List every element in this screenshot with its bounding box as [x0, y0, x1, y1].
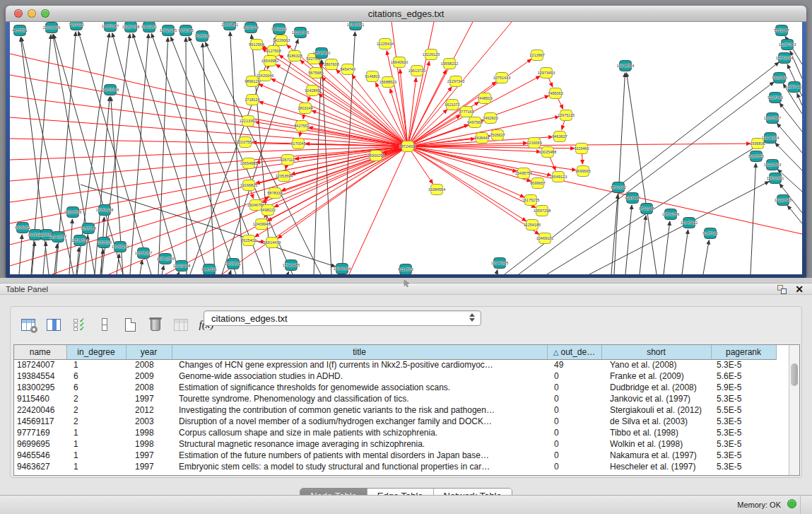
table-cell: 5.3E-5	[711, 438, 776, 450]
table-cell: 0	[547, 382, 601, 393]
black-edge[interactable]	[547, 141, 764, 274]
column-label: name	[30, 347, 51, 357]
table-cell: 9465546	[14, 450, 66, 461]
table-row[interactable]: 969969511998Structural magnetic resonanc…	[14, 438, 776, 450]
column-header-pagerank[interactable]: pagerank	[711, 345, 776, 359]
node-label: 12409948	[253, 222, 270, 226]
network-canvas[interactable]: 1872400718300295193845548912954142260639…	[10, 22, 802, 274]
node-label: 14226063	[273, 38, 290, 42]
black-edge[interactable]	[496, 270, 498, 274]
node-label: 18724007	[399, 144, 416, 148]
node-label: 16345671	[347, 23, 364, 27]
table-row[interactable]: 1938455462009Genome-wide association stu…	[14, 370, 776, 382]
delete-column-icon[interactable]	[146, 315, 165, 334]
black-edge[interactable]	[133, 34, 208, 274]
node-label: 7159320	[69, 23, 83, 27]
node-label: 9896126	[245, 79, 259, 83]
table-row[interactable]: 946554611997Estimation of the future num…	[14, 450, 776, 461]
black-edge[interactable]	[230, 270, 231, 274]
black-edge[interactable]	[288, 271, 288, 274]
red-edge[interactable]	[259, 102, 408, 146]
red-edge[interactable]	[408, 22, 434, 146]
node-label: 15270078	[122, 25, 139, 29]
black-edge[interactable]	[43, 242, 46, 274]
red-edge[interactable]	[319, 64, 408, 146]
node-label: 22420046	[257, 74, 273, 78]
black-edge[interactable]	[140, 260, 142, 274]
column-header-year[interactable]: year	[126, 345, 172, 359]
show-columns-icon[interactable]	[45, 315, 63, 334]
node-label: 16040954	[334, 267, 351, 271]
node-label: 13226125	[423, 52, 440, 57]
node-label: 9671385	[178, 28, 193, 33]
table-row[interactable]: 2242004622012Investigating the contribut…	[14, 404, 776, 416]
table-select-dropdown[interactable]: citations_edges.txt	[204, 310, 481, 326]
float-panel-icon[interactable]	[777, 285, 787, 294]
node-label: 9127508	[266, 49, 281, 53]
black-edge[interactable]	[625, 205, 632, 274]
table-row[interactable]: 1872400712008Changes of HCN gene express…	[14, 359, 776, 370]
column-header-short[interactable]: short	[601, 345, 711, 359]
black-edge[interactable]	[682, 230, 688, 274]
table-settings-icon[interactable]	[19, 315, 37, 334]
node-label: 9699695	[575, 169, 590, 173]
black-edge[interactable]	[178, 272, 179, 274]
column-header-out_de[interactable]: △out_de…	[547, 345, 601, 359]
table-row[interactable]: 977716911998Corpus callosum shape and si…	[14, 427, 776, 438]
table-cell: 0	[547, 370, 601, 382]
black-edge[interactable]	[186, 37, 187, 274]
black-edge[interactable]	[787, 206, 802, 223]
black-edge[interactable]	[162, 266, 164, 274]
red-edge[interactable]	[408, 110, 447, 146]
black-edge[interactable]	[703, 240, 709, 274]
table-mode-icon[interactable]	[95, 315, 114, 334]
red-edge[interactable]	[312, 110, 408, 146]
black-edge[interactable]	[779, 103, 802, 132]
table-row[interactable]: 1456911722003Disruption of a novel membe…	[14, 416, 776, 427]
table-cell: Dudbridge et al. (2008)	[601, 382, 711, 393]
scrollbar-thumb[interactable]	[791, 363, 798, 386]
column-header-in_degree[interactable]: in_degree	[66, 345, 126, 359]
table-row[interactable]: 911546021997Tourette syndrome. Phenomeno…	[14, 393, 776, 404]
table-row[interactable]: 1830029562008Estimation of significance …	[14, 382, 776, 393]
red-edge[interactable]	[278, 146, 408, 238]
node-label: 1621072	[445, 103, 459, 107]
node-label: 16543982	[261, 59, 278, 63]
node-label: 9463627	[552, 134, 567, 139]
node-label: 8454749	[340, 67, 355, 71]
column-header-name[interactable]: name	[14, 345, 66, 359]
black-edge[interactable]	[158, 37, 168, 274]
black-edge[interactable]	[19, 235, 22, 274]
red-edge[interactable]	[408, 146, 526, 221]
column-header-title[interactable]: title	[172, 345, 547, 359]
red-edge[interactable]	[408, 146, 802, 234]
node-label: 10557298	[534, 209, 551, 213]
black-edge[interactable]	[751, 163, 756, 274]
table-cell: Estimation of significance thresholds fo…	[172, 382, 547, 393]
network-window-titlebar[interactable]: citations_edges.txt	[6, 6, 806, 22]
table-vertical-scrollbar[interactable]	[789, 345, 799, 475]
table-row[interactable]: 946362711997Embryonic stem cells: a mode…	[14, 461, 776, 472]
node-label: 10025488	[539, 150, 556, 154]
red-edge[interactable]	[10, 146, 408, 202]
node-label: 8791912	[611, 185, 625, 189]
black-edge[interactable]	[664, 221, 670, 274]
table-cell: 1997	[126, 393, 172, 404]
table-cell: 49	[547, 359, 601, 370]
black-edge[interactable]	[100, 250, 103, 274]
black-edge[interactable]	[203, 43, 215, 274]
table-cell: 1997	[126, 461, 172, 472]
node-label: 10469102	[536, 236, 553, 240]
create-column-icon[interactable]	[121, 315, 139, 334]
close-panel-icon[interactable]: ✕	[795, 284, 804, 294]
row-selection-icon[interactable]: ✓ ✓ ✓	[70, 315, 88, 334]
black-edge[interactable]	[640, 216, 646, 274]
import-table-icon[interactable]	[172, 315, 190, 334]
red-edge[interactable]	[10, 139, 408, 146]
node-label: 20053346	[102, 88, 119, 92]
table-cell: Jankovic et al. (1997)	[601, 393, 711, 404]
black-edge[interactable]	[614, 73, 625, 274]
node-label: 7505627	[490, 133, 505, 137]
node-label: 9115460	[574, 146, 589, 151]
network-canvas-svg[interactable]: 1872400718300295193845548912954142260639…	[10, 22, 802, 274]
